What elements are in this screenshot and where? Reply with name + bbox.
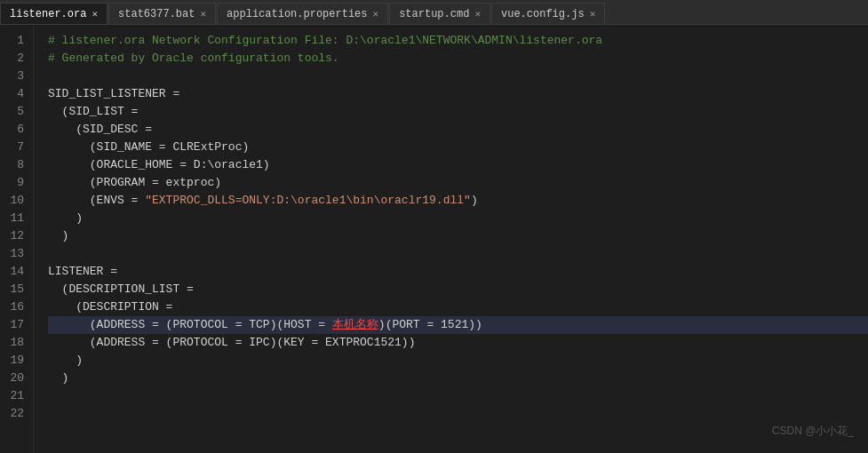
tab-vue[interactable]: vue.config.js ✕ <box>491 3 605 24</box>
editor: 12345678910111213141516171819202122 # li… <box>0 25 868 453</box>
code-line: (SID_DESC = <box>48 121 868 139</box>
code-line: (ORACLE_HOME = D:\oracle1) <box>48 156 868 174</box>
tab-label: application.properties <box>227 8 367 20</box>
tab-close-stat6377[interactable]: ✕ <box>200 8 206 20</box>
code-line: # Generated by Oracle configuration tool… <box>48 50 868 68</box>
watermark: CSDN @小小花_ <box>772 424 854 439</box>
code-line: SID_LIST_LISTENER = <box>48 85 868 103</box>
code-line: # listener.ora Network Configuration Fil… <box>48 32 868 50</box>
code-line: ) <box>48 227 868 245</box>
code-line <box>48 405 868 423</box>
code-line <box>48 245 868 263</box>
code-line: (DESCRIPTION = <box>48 298 868 316</box>
code-line: ) <box>48 210 868 227</box>
code-line: (PROGRAM = extproc) <box>48 174 868 192</box>
tab-bar: listener.ora ✕ stat6377.bat ✕ applicatio… <box>0 0 868 25</box>
code-line: (DESCRIPTION_LIST = <box>48 281 868 298</box>
code-line: (ADDRESS = (PROTOCOL = IPC)(KEY = EXTPRO… <box>48 334 868 352</box>
tab-close-vue[interactable]: ✕ <box>590 8 596 20</box>
code-area[interactable]: # listener.ora Network Configuration Fil… <box>34 25 868 453</box>
tab-startup[interactable]: startup.cmd ✕ <box>389 3 490 24</box>
tab-label: vue.config.js <box>501 8 585 20</box>
code-line: (SID_LIST = <box>48 103 868 121</box>
tab-application[interactable]: application.properties ✕ <box>217 3 388 24</box>
code-line <box>48 68 868 85</box>
tab-close-listener[interactable]: ✕ <box>92 8 98 20</box>
tab-close-startup[interactable]: ✕ <box>474 8 481 20</box>
tab-label: stat6377.bat <box>118 8 195 20</box>
code-line: (ADDRESS = (PROTOCOL = TCP)(HOST = 本机名称)… <box>48 316 868 334</box>
code-line: (SID_NAME = CLRExtProc) <box>48 139 868 156</box>
tab-stat6377[interactable]: stat6377.bat ✕ <box>108 3 216 24</box>
code-line: LISTENER = <box>48 263 868 281</box>
code-line <box>48 387 868 405</box>
tab-listener[interactable]: listener.ora ✕ <box>0 3 108 24</box>
code-line: (ENVS = "EXTPROC_DLLS=ONLY:D:\oracle1\bi… <box>48 192 868 210</box>
code-line: ) <box>48 370 868 387</box>
tab-label: listener.ora <box>10 8 86 20</box>
code-line: ) <box>48 352 868 370</box>
tab-close-application[interactable]: ✕ <box>373 8 379 20</box>
line-numbers: 12345678910111213141516171819202122 <box>0 25 34 453</box>
tab-label: startup.cmd <box>399 8 469 20</box>
